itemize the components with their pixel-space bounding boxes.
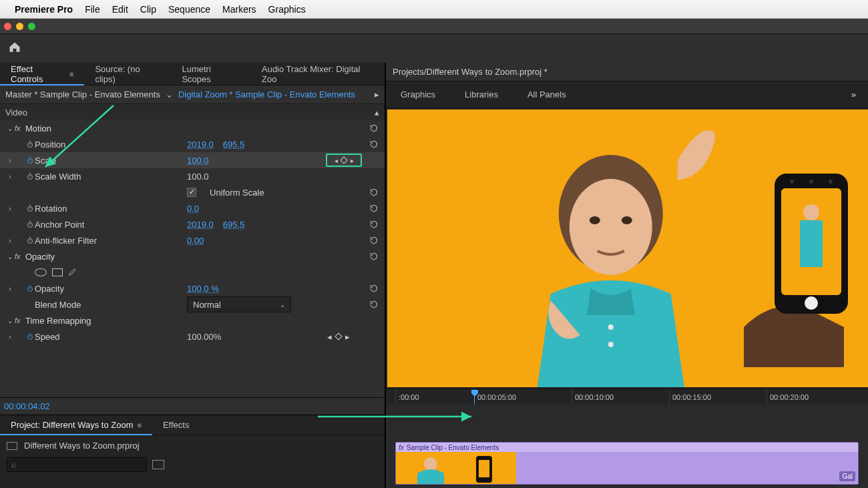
effect-time-remapping[interactable]: ⌄ fx Time Remapping [0, 312, 385, 328]
prop-blend-mode[interactable]: Blend Mode Normal ⌄ [0, 296, 385, 312]
next-keyframe-button[interactable]: ▸ [349, 158, 355, 163]
position-x-value[interactable]: 2019.0 [187, 140, 214, 150]
scale-value[interactable]: 100.0 [187, 156, 209, 166]
tab-project[interactable]: Project: Different Ways to Zoom ≡ [0, 415, 152, 435]
twirl-icon[interactable]: ⌄ [5, 125, 15, 132]
fx-badge-icon[interactable]: fx [15, 124, 25, 132]
reset-icon[interactable] [369, 251, 379, 262]
stopwatch-icon[interactable] [25, 284, 35, 292]
window-minimize-button[interactable] [16, 23, 23, 30]
playhead-icon[interactable] [471, 389, 479, 397]
effect-motion[interactable]: ⌄ fx Motion [0, 120, 385, 136]
tab-audio-mixer[interactable]: Audio Track Mixer: Digital Zoo [251, 63, 385, 85]
tab-effects[interactable]: Effects [152, 415, 200, 435]
prop-anchor-point[interactable]: Anchor Point 2019.0 695.5 [0, 216, 385, 232]
anchor-y-value[interactable]: 695.5 [223, 220, 245, 230]
stopwatch-icon[interactable] [25, 156, 35, 164]
project-search-input[interactable]: ⌕ [7, 457, 147, 472]
timeline-clip[interactable]: fx Sample Clip - Envato Elements Gal [395, 442, 859, 485]
scale-width-value: 100.0 [187, 172, 209, 182]
new-bin-button[interactable] [152, 460, 164, 469]
reset-icon[interactable] [369, 283, 379, 294]
tab-source[interactable]: Source: (no clips) [84, 63, 171, 85]
anchor-x-value[interactable]: 2019.0 [187, 220, 214, 230]
chevron-down-icon[interactable]: ⌄ [166, 89, 173, 99]
reset-icon[interactable] [369, 187, 379, 198]
prop-uniform-scale[interactable]: Uniform Scale [0, 184, 385, 200]
workspace-all-panels[interactable]: All Panels [513, 81, 581, 107]
menu-sequence[interactable]: Sequence [168, 4, 210, 15]
menu-markers[interactable]: Markers [222, 4, 256, 15]
tab-effect-controls[interactable]: Effect Controls ≡ [0, 63, 84, 85]
twirl-icon[interactable]: › [5, 285, 15, 292]
rotation-value[interactable]: 0.0 [187, 204, 199, 214]
prev-keyframe-button[interactable]: ◂ [327, 332, 332, 342]
reset-icon[interactable] [369, 299, 379, 310]
reset-icon[interactable] [369, 139, 379, 150]
prop-rotation[interactable]: › Rotation 0.0 [0, 200, 385, 216]
twirl-icon[interactable]: › [5, 173, 15, 180]
twirl-icon[interactable]: › [5, 205, 15, 212]
timeline-ruler[interactable]: :00:00 00:00:05:00 00:00:10:00 00:00:15:… [386, 389, 868, 405]
window-close-button[interactable] [4, 23, 11, 30]
prev-keyframe-button[interactable]: ◂ [333, 158, 339, 163]
effect-opacity[interactable]: ⌄ fx Opacity [0, 248, 385, 264]
timeline-tracks[interactable]: fx Sample Clip - Envato Elements Gal [386, 405, 868, 488]
add-keyframe-button[interactable] [340, 156, 347, 164]
mask-rectangle-button[interactable] [52, 268, 63, 276]
panel-menu-icon[interactable]: ≡ [69, 70, 73, 78]
stopwatch-icon[interactable] [25, 204, 35, 212]
app-name[interactable]: Premiere Pro [15, 4, 73, 15]
position-y-value[interactable]: 695.5 [223, 140, 245, 150]
fx-badge-icon[interactable]: fx [15, 316, 25, 324]
workspace-libraries[interactable]: Libraries [450, 81, 513, 107]
prop-opacity-value[interactable]: › Opacity 100.0 % [0, 280, 385, 296]
panel-menu-icon[interactable]: ≡ [138, 421, 142, 429]
next-keyframe-button[interactable]: ▸ [345, 332, 350, 342]
prop-scale[interactable]: › Scale 100.0 ◂ ▸ [0, 152, 385, 168]
reset-icon[interactable] [369, 219, 379, 230]
stopwatch-icon[interactable] [25, 172, 35, 180]
twirl-icon[interactable]: › [5, 237, 15, 244]
workspace-graphics[interactable]: Graphics [386, 81, 450, 107]
prop-speed[interactable]: › Speed 100.00% ◂ ▸ [0, 328, 385, 344]
home-icon[interactable] [8, 41, 21, 57]
flicker-value[interactable]: 0.00 [187, 236, 204, 246]
twirl-icon[interactable]: ⌄ [5, 253, 15, 260]
person-illustration [471, 120, 751, 387]
tab-lumetri-scopes[interactable]: Lumetri Scopes [171, 63, 251, 85]
timecode-value[interactable]: 00:00:04:02 [4, 401, 50, 411]
program-monitor[interactable] [386, 108, 868, 389]
twirl-icon[interactable]: ⌄ [5, 317, 15, 324]
collapse-icon[interactable]: ▴ [375, 107, 379, 117]
video-section-header[interactable]: Video ▴ [0, 104, 385, 120]
menu-edit[interactable]: Edit [112, 4, 128, 15]
stopwatch-icon[interactable] [25, 220, 35, 228]
stopwatch-icon[interactable] [25, 332, 35, 340]
reset-icon[interactable] [369, 203, 379, 214]
menu-file[interactable]: File [85, 4, 100, 15]
breadcrumb-sequence[interactable]: Digital Zoom * Sample Clip - Envato Elem… [178, 89, 355, 99]
show-timeline-icon[interactable]: ▸ [375, 89, 379, 99]
stopwatch-icon[interactable] [25, 140, 35, 148]
prop-anti-flicker[interactable]: › Anti-flicker Filter 0.00 [0, 232, 385, 248]
mask-pen-button[interactable] [68, 267, 77, 278]
reset-icon[interactable] [369, 123, 379, 134]
reset-icon[interactable] [369, 235, 379, 246]
stopwatch-icon[interactable] [25, 236, 35, 244]
prop-scale-width[interactable]: › Scale Width 100.0 [0, 168, 385, 184]
opacity-value[interactable]: 100.0 % [187, 284, 219, 294]
twirl-icon[interactable]: › [5, 333, 15, 340]
workspace-overflow-button[interactable]: » [839, 89, 868, 99]
window-zoom-button[interactable] [28, 23, 35, 30]
blend-mode-select[interactable]: Normal ⌄ [187, 296, 291, 312]
twirl-icon[interactable]: › [5, 157, 15, 164]
prop-position[interactable]: Position 2019.0 695.5 [0, 136, 385, 152]
mask-ellipse-button[interactable] [35, 268, 47, 276]
add-keyframe-button[interactable] [335, 332, 342, 340]
fx-badge-icon[interactable]: fx [15, 252, 25, 260]
menu-graphics[interactable]: Graphics [268, 4, 306, 15]
uniform-scale-checkbox[interactable] [187, 188, 196, 197]
menu-clip[interactable]: Clip [140, 4, 156, 15]
breadcrumb-master[interactable]: Master * Sample Clip - Envato Elements [5, 89, 160, 99]
